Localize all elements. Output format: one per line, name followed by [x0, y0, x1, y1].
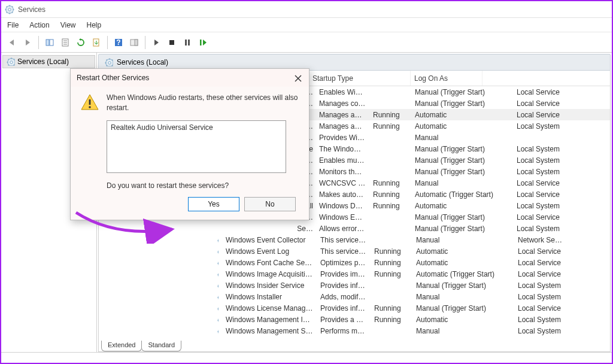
toolbar-separator: [107, 36, 108, 49]
restart-service-button[interactable]: [196, 35, 210, 50]
cell-log-on-as: Local Service: [513, 88, 585, 96]
svg-rect-11: [50, 40, 53, 46]
cell-log-on-as: Local Service: [513, 99, 585, 108]
tab-standard[interactable]: Standard: [141, 341, 181, 351]
cell-startup-type: Automatic: [412, 247, 514, 256]
cell-description: This service …: [317, 247, 371, 256]
cell-log-on-as: Local Service: [514, 304, 586, 313]
cell-log-on-as: Local System: [513, 225, 585, 233]
cell-name: Windows Management Instr…: [222, 316, 317, 324]
dialog-message: When Windows Audio restarts, these other…: [107, 93, 299, 113]
menu-view[interactable]: View: [60, 21, 76, 29]
toolbar: ?: [1, 32, 612, 53]
properties-button[interactable]: [58, 35, 72, 50]
window-title: Services: [18, 5, 45, 14]
gear-icon: [214, 259, 222, 267]
table-row[interactable]: Windows InstallerAdds, modifi…ManualLoca…: [213, 291, 610, 302]
cell-description: Performs ma…: [317, 327, 371, 335]
cell-description: Provides infr…: [317, 304, 371, 313]
table-row[interactable]: Windows Event CollectorThis service …Man…: [213, 234, 610, 245]
services-icon: [7, 57, 15, 66]
cell-name: Windows Event Log: [222, 247, 317, 256]
cell-startup-type: Automatic: [412, 316, 514, 324]
cell-name: Windows Event Collector: [222, 236, 317, 244]
cell-startup-type: Manual (Trigger Start): [412, 281, 514, 290]
dialog-title: Restart Other Services: [71, 69, 309, 87]
cell-description: Allows errors…: [315, 225, 369, 233]
dependent-services-listbox[interactable]: Realtek Audio Universal Service: [107, 120, 286, 173]
gear-icon: [214, 247, 222, 256]
back-button[interactable]: [5, 35, 19, 50]
cell-status: Running: [369, 202, 411, 210]
menu-action[interactable]: Action: [29, 21, 49, 29]
close-icon[interactable]: [291, 71, 305, 86]
cell-log-on-as: Local System: [513, 145, 585, 153]
cell-log-on-as: Local Service: [514, 259, 586, 267]
cell-startup-type: Automatic (Trigger Start): [412, 270, 514, 278]
table-row[interactable]: Windows Insider ServiceProvides infr…Man…: [213, 280, 610, 291]
cell-log-on-as: Local Service: [513, 213, 585, 222]
cell-description: Provides infr…: [317, 281, 371, 290]
table-row[interactable]: Windows License Manager S…Provides infr……: [213, 302, 610, 314]
tree-node-services-local[interactable]: Services (Local): [2, 55, 95, 68]
gear-icon: [214, 236, 222, 244]
cell-log-on-as: Local System: [514, 293, 586, 301]
cell-log-on-as: Local Service: [513, 179, 585, 187]
show-hide-action-button[interactable]: [127, 35, 141, 50]
cell-description: Enables mul…: [315, 156, 369, 165]
table-row[interactable]: Windows Image Acquisition …Provides ima……: [213, 268, 610, 280]
gear-icon: [214, 281, 222, 290]
cell-status: Running: [369, 179, 411, 187]
gear-icon: [214, 293, 222, 301]
restart-services-dialog: Restart Other Services When Windows Audi…: [70, 68, 309, 220]
tab-extended[interactable]: Extended: [101, 341, 142, 351]
cell-log-on-as: Local System: [514, 281, 586, 290]
cell-description: Windows En…: [315, 213, 369, 222]
cell-name: Windows Insider Service: [222, 281, 317, 290]
table-row[interactable]: Windows Management Instr…Provides a c…Ru…: [213, 314, 610, 325]
svg-point-28: [89, 106, 91, 108]
refresh-button[interactable]: [74, 35, 88, 50]
list-item[interactable]: Realtek Audio Universal Service: [111, 123, 282, 132]
table-row[interactable]: Windows Management Serv…Performs ma…Manu…: [213, 325, 610, 336]
table-row[interactable]: Windows Event LogThis service …RunningAu…: [213, 245, 610, 257]
cell-startup-type: Manual: [412, 293, 514, 301]
cell-startup-type: Manual (Trigger Start): [411, 213, 513, 222]
stop-service-button[interactable]: [165, 35, 179, 50]
cell-log-on-as: Local System: [514, 327, 586, 335]
table-row[interactable]: Se…Allows errors…Manual (Trigger Start)L…: [213, 223, 610, 234]
menu-file[interactable]: File: [7, 21, 19, 29]
menu-help[interactable]: Help: [87, 21, 102, 29]
services-icon: [105, 58, 113, 66]
svg-rect-22: [185, 40, 187, 46]
svg-rect-23: [188, 40, 190, 46]
show-hide-tree-button[interactable]: [43, 35, 57, 50]
cell-log-on-as: Local System: [513, 156, 585, 165]
col-startup-type[interactable]: Startup Type: [309, 71, 411, 86]
cell-status: Running: [369, 111, 411, 119]
pause-service-button[interactable]: [180, 35, 195, 50]
menubar: File Action View Help: [1, 18, 612, 32]
table-row[interactable]: Windows Font Cache ServiceOptimizes p…Ru…: [213, 257, 610, 268]
start-service-button[interactable]: [149, 35, 163, 50]
cell-startup-type: Manual (Trigger Start): [411, 99, 513, 108]
cell-description: Windows De…: [315, 202, 369, 210]
forward-button[interactable]: [20, 35, 35, 50]
cell-description: Optimizes p…: [317, 259, 371, 267]
view-tabs: Extended Standard: [101, 341, 181, 351]
cell-startup-type: Automatic: [411, 122, 513, 131]
cell-startup-type: Automatic: [411, 111, 513, 119]
cell-status: Running: [371, 270, 412, 278]
yes-button[interactable]: Yes: [188, 197, 239, 211]
col-log-on-as[interactable]: Log On As: [411, 71, 482, 86]
no-button[interactable]: No: [244, 197, 296, 211]
cell-log-on-as: Local Service: [513, 111, 585, 119]
cell-name: Windows Image Acquisition …: [222, 270, 317, 278]
help-button[interactable]: ?: [111, 35, 126, 50]
cell-startup-type: Automatic: [411, 202, 513, 210]
svg-rect-24: [200, 40, 202, 46]
cell-startup-type: Manual (Trigger Start): [411, 225, 513, 233]
export-button[interactable]: [89, 35, 104, 50]
svg-rect-20: [135, 40, 138, 46]
cell-log-on-as: Local Service: [513, 190, 585, 199]
